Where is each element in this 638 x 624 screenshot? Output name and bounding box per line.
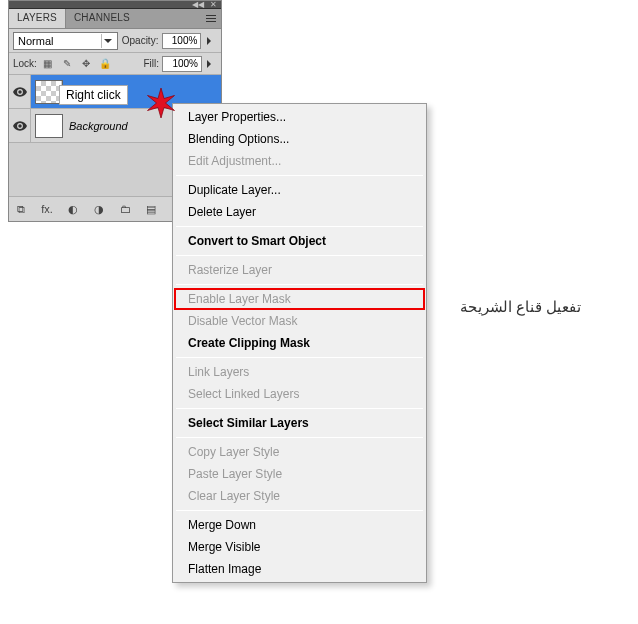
- eye-icon: [13, 87, 27, 97]
- new-layer-icon[interactable]: ▤: [143, 201, 159, 217]
- ctx-merge-visible[interactable]: Merge Visible: [174, 536, 425, 558]
- ctx-separator: [176, 408, 423, 409]
- blend-mode-select[interactable]: Normal: [13, 32, 118, 50]
- ctx-clear-layer-style: Clear Layer Style: [174, 485, 425, 507]
- ctx-link-layers: Link Layers: [174, 361, 425, 383]
- fill-label: Fill:: [143, 58, 159, 69]
- svg-marker-0: [148, 88, 175, 118]
- lock-label: Lock:: [13, 58, 37, 69]
- visibility-toggle[interactable]: [9, 109, 31, 142]
- blend-mode-value: Normal: [18, 35, 53, 47]
- fill-slider-button[interactable]: [205, 56, 217, 72]
- ctx-separator: [176, 226, 423, 227]
- right-click-label: Right click: [59, 85, 128, 105]
- ctx-separator: [176, 437, 423, 438]
- layer-thumbnail[interactable]: [35, 114, 63, 138]
- layer-name[interactable]: Background: [69, 120, 128, 132]
- annotation-arabic: تفعيل قناع الشريحة: [460, 298, 581, 316]
- opacity-label: Opacity:: [122, 35, 159, 46]
- ctx-separator: [176, 357, 423, 358]
- ctx-flatten-image[interactable]: Flatten Image: [174, 558, 425, 580]
- eye-icon: [13, 121, 27, 131]
- ctx-blending-options[interactable]: Blending Options...: [174, 128, 425, 150]
- tab-layers[interactable]: LAYERS: [9, 9, 66, 28]
- lock-paint-icon[interactable]: ✎: [59, 56, 75, 72]
- ctx-edit-adjustment: Edit Adjustment...: [174, 150, 425, 172]
- mask-icon[interactable]: ◐: [65, 201, 81, 217]
- close-icon: ✕: [210, 1, 217, 9]
- collapse-icon: ◀◀: [192, 1, 204, 9]
- ctx-delete-layer[interactable]: Delete Layer: [174, 201, 425, 223]
- opacity-slider-button[interactable]: [205, 33, 217, 49]
- lock-row: Lock: ▦ ✎ ✥ 🔒 Fill: 100%: [9, 53, 221, 75]
- panel-tabs: LAYERS CHANNELS: [9, 9, 221, 29]
- fill-field[interactable]: 100%: [162, 56, 202, 72]
- panel-collapse-bar[interactable]: ◀◀ ✕: [9, 1, 221, 9]
- ctx-merge-down[interactable]: Merge Down: [174, 514, 425, 536]
- lock-move-icon[interactable]: ✥: [78, 56, 94, 72]
- ctx-create-clipping-mask[interactable]: Create Clipping Mask: [174, 332, 425, 354]
- ctx-select-similar-layers[interactable]: Select Similar Layers: [174, 412, 425, 434]
- panel-options-row: Normal Opacity: 100%: [9, 29, 221, 53]
- ctx-separator: [176, 175, 423, 176]
- panel-menu-button[interactable]: [203, 11, 219, 25]
- ctx-select-linked-layers: Select Linked Layers: [174, 383, 425, 405]
- visibility-toggle[interactable]: [9, 75, 31, 108]
- tab-channels[interactable]: CHANNELS: [66, 9, 138, 28]
- ctx-copy-layer-style: Copy Layer Style: [174, 441, 425, 463]
- ctx-rasterize-layer: Rasterize Layer: [174, 259, 425, 281]
- group-icon[interactable]: 🗀: [117, 201, 133, 217]
- ctx-separator: [176, 284, 423, 285]
- fx-icon[interactable]: fx.: [39, 201, 55, 217]
- click-burst-icon: [146, 88, 176, 118]
- opacity-field[interactable]: 100%: [162, 33, 201, 49]
- ctx-separator: [176, 510, 423, 511]
- ctx-separator: [176, 255, 423, 256]
- ctx-layer-properties[interactable]: Layer Properties...: [174, 106, 425, 128]
- ctx-disable-vector-mask: Disable Vector Mask: [174, 310, 425, 332]
- ctx-convert-smart-object[interactable]: Convert to Smart Object: [174, 230, 425, 252]
- lock-all-icon[interactable]: 🔒: [97, 56, 113, 72]
- lock-transparent-icon[interactable]: ▦: [40, 56, 56, 72]
- adjustment-icon[interactable]: ◑: [91, 201, 107, 217]
- ctx-paste-layer-style: Paste Layer Style: [174, 463, 425, 485]
- chevron-down-icon: [101, 34, 115, 48]
- link-layers-icon[interactable]: ⧉: [13, 201, 29, 217]
- ctx-enable-layer-mask: Enable Layer Mask: [174, 288, 425, 310]
- layer-context-menu: Layer Properties... Blending Options... …: [172, 103, 427, 583]
- ctx-duplicate-layer[interactable]: Duplicate Layer...: [174, 179, 425, 201]
